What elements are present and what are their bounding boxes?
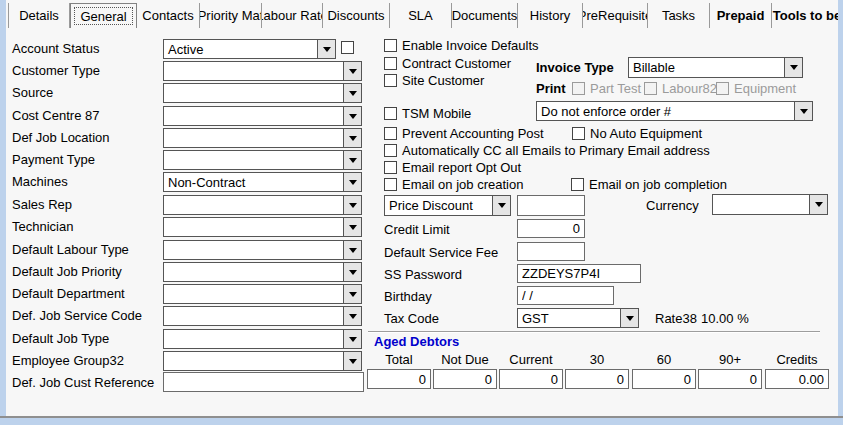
dropdown-arrow-icon[interactable] [343,307,361,325]
tax-rate-value: 10.00 % [701,311,749,326]
combo-value [164,84,343,102]
customer-type-combo[interactable] [163,61,362,81]
combo-value [164,129,343,147]
combo-value: Do not enforce order # [537,102,794,120]
def-job-location-combo[interactable] [163,128,362,148]
aged-col-credits: Credits [765,352,829,367]
tab-details[interactable]: Details [8,3,70,28]
birthday-input[interactable] [517,286,614,305]
credit-limit-label: Credit Limit [384,222,450,237]
invoice-type-combo[interactable]: Billable [628,57,803,78]
tab-priority-mat[interactable]: Priority Mat [200,3,262,28]
dropdown-arrow-icon[interactable] [492,196,510,215]
tax-code-combo[interactable]: GST [517,308,639,328]
window-frame-right [838,0,843,425]
combo-value: Billable [629,58,784,77]
tab-general[interactable]: General [70,3,137,28]
tab-history[interactable]: History [518,3,583,28]
technician-label: Technician [12,219,73,234]
technician-combo[interactable] [163,217,362,237]
enable-invoice-defaults-checkbox[interactable]: Enable Invoice Defaults [384,38,539,53]
tab-prepaid[interactable]: Prepaid [710,3,772,28]
employee-group-combo[interactable] [163,351,362,371]
price-discount-amount-input[interactable] [517,195,585,216]
dropdown-arrow-icon[interactable] [343,173,361,191]
sales-rep-combo[interactable] [163,195,362,215]
machines-combo[interactable]: Non-Contract [163,172,362,192]
aged-60-input[interactable] [632,369,696,389]
dropdown-arrow-icon[interactable] [794,102,812,120]
dropdown-arrow-icon[interactable] [809,195,827,214]
source-combo[interactable] [163,83,362,103]
prevent-accounting-post-checkbox[interactable]: Prevent Accounting Post [384,126,544,141]
def-job-cust-reference-input[interactable] [163,372,364,392]
tab-prerequisite[interactable]: PreRequisite [583,3,648,28]
tab-contacts[interactable]: Contacts [137,3,200,28]
aged-90plus-input[interactable] [698,369,762,389]
tab-label: Prepaid [717,8,765,23]
tab-labour-rate[interactable]: Labour Rate [262,3,323,28]
default-department-combo[interactable] [163,284,362,304]
default-service-fee-input[interactable] [517,242,585,261]
auto-cc-emails-checkbox[interactable]: Automatically CC all Emails to Primary E… [384,143,710,158]
aged-col-30: 30 [565,352,629,367]
aged-30-input[interactable] [565,369,629,389]
dropdown-arrow-icon[interactable] [784,58,802,77]
aged-current-input[interactable] [499,369,563,389]
dropdown-arrow-icon[interactable] [343,285,361,303]
aged-total-input[interactable] [367,369,431,389]
email-report-opt-out-checkbox[interactable]: Email report Opt Out [384,160,521,175]
email-on-job-completion-checkbox[interactable]: Email on job completion [571,177,727,192]
default-labour-type-combo[interactable] [163,240,362,260]
checkbox-label: No Auto Equipment [590,126,702,141]
email-on-job-creation-checkbox[interactable]: Email on job creation [384,177,523,192]
tab-label: Details [19,8,59,23]
site-customer-checkbox[interactable]: Site Customer [384,73,484,88]
ss-password-input[interactable] [517,264,641,283]
default-job-type-combo[interactable] [163,329,362,349]
order-enforcement-combo[interactable]: Do not enforce order # [536,101,813,121]
price-discount-combo[interactable]: Price Discount [384,195,511,216]
default-job-priority-label: Default Job Priority [12,264,122,279]
dropdown-arrow-icon[interactable] [343,263,361,281]
account-status-checkbox[interactable] [341,41,359,54]
payment-type-combo[interactable] [163,150,362,170]
dropdown-arrow-icon[interactable] [343,218,361,236]
tab-tools-to-be[interactable]: Tools to be [772,3,843,28]
birthday-label: Birthday [384,289,432,304]
dropdown-arrow-icon[interactable] [343,196,361,214]
dropdown-arrow-icon[interactable] [343,241,361,259]
account-status-combo[interactable]: Active [163,39,336,59]
dropdown-arrow-icon[interactable] [317,40,335,58]
combo-value: Price Discount [385,196,492,215]
dropdown-arrow-icon[interactable] [343,62,361,80]
sales-rep-label: Sales Rep [12,197,72,212]
combo-value [164,107,343,125]
aged-credits-input[interactable] [765,369,829,389]
tab-sla[interactable]: SLA [390,3,452,28]
dropdown-arrow-icon[interactable] [343,84,361,102]
default-job-priority-combo[interactable] [163,262,362,282]
checkbox-box [572,82,585,95]
dropdown-arrow-icon[interactable] [343,129,361,147]
dropdown-arrow-icon[interactable] [343,352,361,370]
tsm-mobile-checkbox[interactable]: TSM Mobile [384,106,471,121]
dropdown-arrow-icon[interactable] [343,107,361,125]
dropdown-arrow-icon[interactable] [620,309,638,327]
default-department-label: Default Department [12,286,125,301]
currency-combo[interactable] [712,194,828,215]
cost-centre-combo[interactable] [163,106,362,126]
checkbox-box [384,178,397,191]
def-job-service-code-combo[interactable] [163,306,362,326]
dropdown-arrow-icon[interactable] [343,151,361,169]
credit-limit-input[interactable] [517,219,585,238]
cost-centre-label: Cost Centre 87 [12,108,99,123]
tab-discounts[interactable]: Discounts [323,3,390,28]
tab-documents[interactable]: Documents [452,3,518,28]
machines-label: Machines [12,174,68,189]
no-auto-equipment-checkbox[interactable]: No Auto Equipment [572,126,702,141]
tab-tasks[interactable]: Tasks [648,3,710,28]
dropdown-arrow-icon[interactable] [343,330,361,348]
aged-not-due-input[interactable] [433,369,497,389]
contract-customer-checkbox[interactable]: Contract Customer [384,56,511,71]
